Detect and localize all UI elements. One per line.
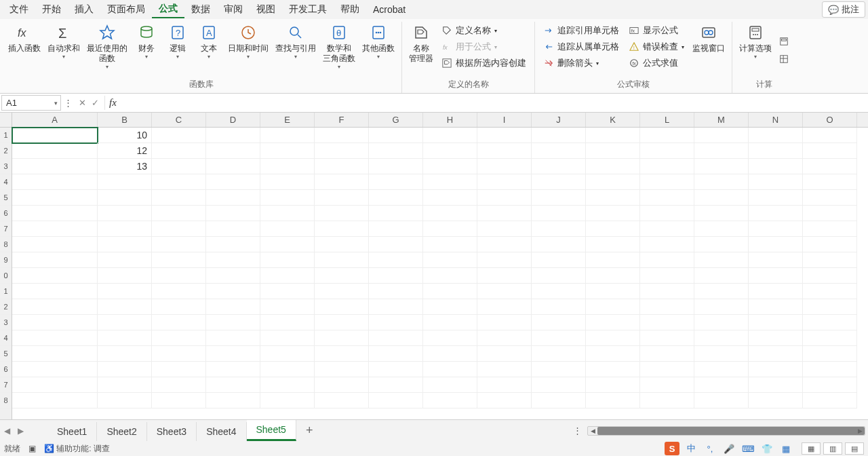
sheet-tab-sheet4[interactable]: Sheet4 [197,422,246,441]
cell-A3[interactable] [12,159,98,174]
cell-I18[interactable] [477,393,532,408]
cell-J4[interactable] [532,174,586,190]
cell-C17[interactable] [152,377,206,393]
cell-N6[interactable] [749,206,803,221]
cell-E16[interactable] [260,362,315,377]
cell-L8[interactable] [640,237,694,252]
column-header-E[interactable]: E [260,113,315,127]
cell-I12[interactable] [477,299,532,315]
column-header-H[interactable]: H [423,113,477,127]
cell-L3[interactable] [640,159,694,174]
cell-D7[interactable] [206,221,260,237]
accessibility-status[interactable]: ♿ 辅助功能: 调查 [44,443,110,455]
cell-K4[interactable] [586,174,640,190]
cell-H13[interactable] [423,315,477,330]
cell-F6[interactable] [315,206,369,221]
cell-L17[interactable] [640,377,694,393]
column-header-N[interactable]: N [749,113,803,127]
row-header[interactable]: 3 [0,315,12,330]
cell-N12[interactable] [749,299,803,315]
scroll-right-icon[interactable]: ▶ [855,427,865,435]
cell-G17[interactable] [369,377,423,393]
cell-J16[interactable] [532,362,586,377]
cell-N1[interactable] [749,128,803,143]
sheet-tab-sheet1[interactable]: Sheet1 [47,422,97,441]
cell-H14[interactable] [423,330,477,346]
cell-J15[interactable] [532,346,586,362]
cell-E14[interactable] [260,330,315,346]
cell-E5[interactable] [260,190,315,206]
cell-F9[interactable] [315,252,369,268]
cell-J11[interactable] [532,284,586,299]
cell-G14[interactable] [369,330,423,346]
scroll-thumb[interactable] [597,427,865,435]
column-header-F[interactable]: F [315,113,369,127]
menu-review[interactable]: 审阅 [217,1,250,18]
cell-E6[interactable] [260,206,315,221]
cell-G15[interactable] [369,346,423,362]
cell-E1[interactable] [260,128,315,143]
cell-A17[interactable] [12,377,98,393]
cell-M6[interactable] [694,206,749,221]
cell-M12[interactable] [694,299,749,315]
macro-record-icon[interactable]: ▣ [28,444,36,453]
cell-A6[interactable] [12,206,98,221]
namebox-divider[interactable]: ⋮ [62,94,73,112]
row-header[interactable]: 4 [0,174,12,190]
tab-nav-prev[interactable]: ◀ [0,426,14,436]
cell-H18[interactable] [423,393,477,408]
cell-F15[interactable] [315,346,369,362]
datetime-button[interactable]: 日期和时间 ▾ [225,22,271,77]
cell-L10[interactable] [640,268,694,284]
cell-B17[interactable] [98,377,152,393]
column-header-A[interactable]: A [12,113,98,127]
cell-F4[interactable] [315,174,369,190]
text-button[interactable]: A 文本 ▾ [194,22,224,77]
cell-C12[interactable] [152,299,206,315]
cell-D8[interactable] [206,237,260,252]
cell-O13[interactable] [803,315,857,330]
cell-B10[interactable] [98,268,152,284]
cell-J7[interactable] [532,221,586,237]
cell-B15[interactable] [98,346,152,362]
cell-N11[interactable] [749,284,803,299]
cell-C8[interactable] [152,237,206,252]
menu-home[interactable]: 开始 [35,1,68,18]
column-header-G[interactable]: G [369,113,423,127]
cell-C18[interactable] [152,393,206,408]
cell-G16[interactable] [369,362,423,377]
cell-G11[interactable] [369,284,423,299]
cell-H16[interactable] [423,362,477,377]
cell-L18[interactable] [640,393,694,408]
cell-I2[interactable] [477,143,532,159]
cell-H1[interactable] [423,128,477,143]
add-sheet-button[interactable]: + [296,421,323,440]
create-from-selection-button[interactable]: 根据所选内容创建 [437,56,530,71]
column-header-I[interactable]: I [477,113,532,127]
more-functions-button[interactable]: 其他函数 ▾ [359,22,397,77]
cell-O15[interactable] [803,346,857,362]
cell-J2[interactable] [532,143,586,159]
row-header[interactable]: 9 [0,252,12,268]
cell-H12[interactable] [423,299,477,315]
cell-F18[interactable] [315,393,369,408]
cell-D5[interactable] [206,190,260,206]
cell-G1[interactable] [369,128,423,143]
cell-E11[interactable] [260,284,315,299]
cell-E12[interactable] [260,299,315,315]
cell-F11[interactable] [315,284,369,299]
row-header[interactable]: 8 [0,393,12,408]
cell-I10[interactable] [477,268,532,284]
cell-B11[interactable] [98,284,152,299]
cell-D11[interactable] [206,284,260,299]
cell-O17[interactable] [803,377,857,393]
calculate-now-button[interactable] [776,33,792,50]
row-header[interactable]: 2 [0,143,12,159]
cell-C14[interactable] [152,330,206,346]
tab-nav-next[interactable]: ▶ [14,426,27,436]
cell-O3[interactable] [803,159,857,174]
cell-M8[interactable] [694,237,749,252]
menu-devtools[interactable]: 开发工具 [282,1,334,18]
cell-D16[interactable] [206,362,260,377]
cell-N4[interactable] [749,174,803,190]
